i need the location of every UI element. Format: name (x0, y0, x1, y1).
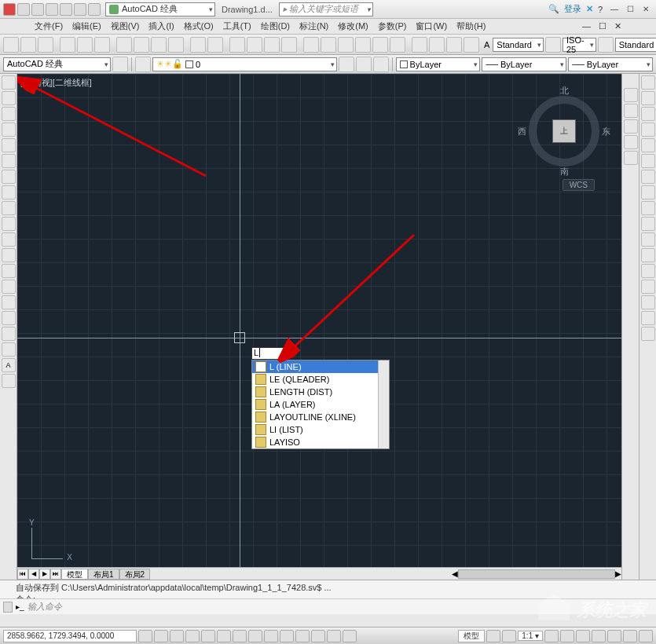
workspace-combo[interactable]: AutoCAD 经典 (105, 2, 215, 16)
zoom-window-icon[interactable] (264, 37, 280, 53)
gradient-tool[interactable] (2, 311, 16, 325)
zoom-nav-icon[interactable] (624, 119, 638, 134)
hscroll-right[interactable]: ▶ (615, 569, 621, 578)
pline-tool[interactable] (2, 107, 16, 121)
navwheel-icon[interactable] (624, 88, 638, 102)
lineweight-combo[interactable]: ──ByLayer (568, 57, 653, 71)
save-icon[interactable] (38, 37, 53, 53)
showmotion-icon[interactable] (624, 151, 638, 165)
coords-readout[interactable]: 2858.9662, 1729.3494, 0.0000 (3, 630, 137, 642)
command-input[interactable]: 输入命令 (27, 601, 62, 613)
ws-settings-icon[interactable] (112, 57, 128, 72)
menu-dimension[interactable]: 标注(N) (296, 20, 332, 32)
break-tool[interactable] (641, 248, 655, 262)
tab-layout1[interactable]: 布局1 (88, 569, 119, 580)
doc-close-button[interactable]: ✕ (611, 21, 625, 31)
region-tool[interactable] (2, 327, 16, 341)
close-button[interactable]: ✕ (639, 4, 653, 15)
layer-prev-icon[interactable] (373, 57, 389, 72)
lwt-toggle[interactable] (280, 630, 294, 642)
workspace-combo2[interactable]: AutoCAD 经典 (3, 57, 111, 71)
ellipse-tool[interactable] (2, 217, 16, 231)
tpy-toggle[interactable] (295, 630, 310, 642)
rotate-tool[interactable] (641, 170, 655, 184)
menu-modify[interactable]: 修改(M) (335, 20, 372, 32)
pan-nav-icon[interactable] (624, 104, 638, 118)
point-tool[interactable] (2, 280, 16, 294)
quickcalc-icon[interactable] (390, 37, 405, 53)
login-link[interactable]: 登录 (564, 3, 581, 15)
menu-tools[interactable]: 工具(T) (220, 20, 255, 32)
insert-tool[interactable] (2, 248, 16, 262)
drawing-canvas[interactable]: [−][俯视][二维线框] 上 北 南 西 东 WCS L L (LINE) L… (17, 74, 621, 580)
tab-layout2[interactable]: 布局2 (119, 569, 151, 580)
explode-tool[interactable] (641, 327, 655, 341)
ellipsearc-tool[interactable] (2, 232, 16, 247)
blend-tool[interactable] (641, 311, 655, 325)
copy-icon[interactable] (134, 37, 149, 53)
minimize-button[interactable]: — (607, 4, 621, 15)
quickview-drawings[interactable] (502, 630, 516, 642)
arc-tool[interactable] (2, 154, 16, 168)
search-icon[interactable]: 🔍 (548, 4, 559, 14)
layer-iso-icon[interactable] (356, 57, 372, 72)
dimstyle-combo[interactable]: ISO-25 (563, 38, 596, 52)
dim-icon[interactable] (545, 37, 561, 53)
ortho-toggle[interactable] (170, 630, 184, 642)
mirror-tool[interactable] (641, 107, 655, 121)
tab-prev[interactable]: ◀ (28, 569, 39, 580)
toolpalettes-icon[interactable] (338, 37, 354, 53)
command-toggle[interactable] (3, 602, 13, 613)
hardware-accel[interactable] (607, 630, 621, 642)
redo-icon[interactable] (207, 37, 223, 53)
tool4-icon[interactable] (464, 37, 479, 53)
zoom-realtime-icon[interactable] (247, 37, 262, 53)
textstyle-combo[interactable]: Standard (493, 38, 544, 52)
menu-file[interactable]: 文件(F) (31, 20, 66, 32)
quickview-layouts[interactable] (486, 630, 500, 642)
snap-toggle[interactable] (138, 630, 152, 642)
isolate-obj[interactable] (623, 630, 637, 642)
otrack-toggle[interactable] (233, 630, 247, 642)
osnap-toggle[interactable] (201, 630, 215, 642)
menu-window[interactable]: 窗口(W) (412, 20, 450, 32)
spline-tool[interactable] (2, 201, 16, 215)
tool1-icon[interactable] (412, 37, 427, 53)
hatch-tool[interactable] (2, 295, 16, 309)
join-tool[interactable] (641, 264, 655, 278)
sc-toggle[interactable] (327, 630, 341, 642)
tab-first[interactable]: ⏮ (17, 569, 28, 580)
line-tool[interactable] (2, 75, 16, 90)
undo-icon[interactable] (190, 37, 206, 53)
open-button[interactable] (31, 3, 44, 16)
designcenter-icon[interactable] (321, 37, 336, 53)
erase-tool[interactable] (641, 75, 655, 90)
tab-next[interactable]: ▶ (39, 569, 50, 580)
preview-icon[interactable] (77, 37, 93, 53)
addselected-tool[interactable] (2, 374, 16, 388)
grid-toggle[interactable] (154, 630, 168, 642)
paste-icon[interactable] (151, 37, 167, 53)
properties-icon[interactable] (303, 37, 319, 53)
offset-tool[interactable] (641, 123, 655, 137)
hscroll-left[interactable]: ◀ (452, 569, 458, 578)
tab-model[interactable]: 模型 (61, 569, 88, 580)
redo-button[interactable] (88, 3, 101, 16)
exchange-icon[interactable]: ✕ (586, 4, 593, 14)
xline-tool[interactable] (2, 91, 16, 105)
fillet-tool[interactable] (641, 295, 655, 309)
layer-state-icon[interactable] (339, 57, 354, 72)
print-icon[interactable] (60, 37, 75, 53)
dyn-toggle[interactable] (264, 630, 278, 642)
scale-tool[interactable] (641, 185, 655, 199)
new-button[interactable] (17, 3, 30, 16)
maximize-button[interactable]: ☐ (623, 4, 637, 15)
save-button[interactable] (46, 3, 58, 16)
mtext-tool[interactable]: A (2, 358, 16, 372)
orbit-nav-icon[interactable] (624, 135, 638, 149)
menu-help[interactable]: 帮助(H) (453, 20, 489, 32)
undo-button[interactable] (74, 3, 86, 16)
menu-insert[interactable]: 插入(I) (145, 20, 177, 32)
help-icon[interactable]: ? (598, 5, 603, 14)
circle-tool[interactable] (2, 170, 16, 184)
